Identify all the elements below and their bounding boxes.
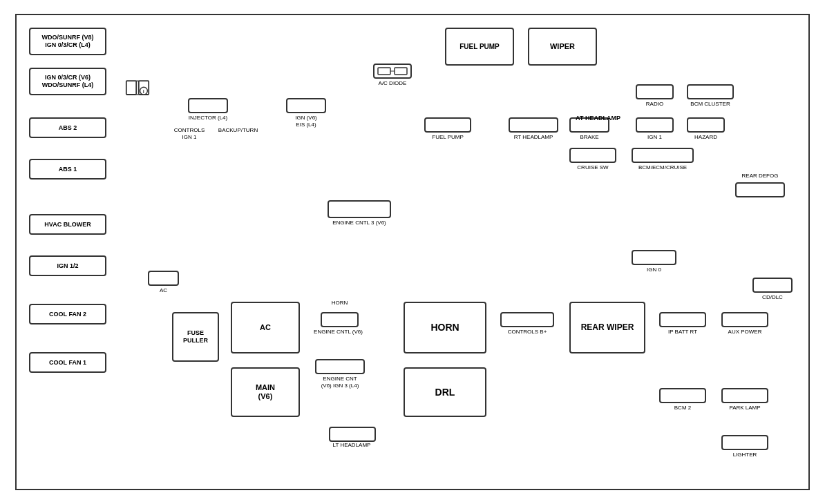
fuse-wdo-sunrf-v8: WDO/SUNRF (V8)IGN 0/3/CR (L4) [29, 28, 106, 55]
label-bcm-ecm-cruise: BCM/ECM/CRUISE [632, 164, 694, 171]
fuse-fuel-pump-large: FUEL PUMP [445, 28, 514, 66]
label-engine-cntl3: ENGINE CNTL 3 (V6) [328, 220, 391, 226]
label-rt-headlamp: RT HEADLAMP [509, 134, 558, 141]
label-backup-turn: BACKUP/TURN [216, 127, 260, 134]
fuse-cool-fan1: COOL FAN 1 [29, 352, 106, 373]
label-park-lamp: PARK LAMP [721, 405, 768, 411]
label-aux-power: AUX POWER [721, 329, 768, 336]
fuse-horn-small [321, 312, 359, 327]
label-injector-l4: INJECTOR (L4) [188, 115, 228, 122]
fuse-lighter [721, 435, 768, 450]
fuse-ac-diode [373, 64, 412, 79]
fuse-main-v6: MAIN(V6) [231, 367, 300, 417]
fuse-ign-12: IGN 1/2 [29, 255, 106, 276]
fuse-engine-cnt-v6-ign3 [315, 359, 365, 374]
label-lighter: LIGHTER [721, 452, 768, 458]
fuse-ac-small [148, 271, 179, 286]
label-brake: BRAKE [569, 134, 609, 141]
fuse-abs1: ABS 1 [29, 159, 106, 180]
label-at-headlamp: AT HEADLAMP [566, 115, 630, 122]
fuse-bcm-cluster [687, 84, 734, 99]
fuse-lt-headlamp [329, 427, 376, 442]
fuse-aux-power [721, 312, 768, 327]
fuse-cruise-sw [569, 148, 616, 163]
fuse-puller: FUSEPULLER [172, 312, 219, 362]
fuse-bcm2 [659, 388, 706, 403]
label-ign-v6-eis: IGN (V6)EIS (L4) [283, 115, 330, 128]
fuse-hazard [687, 117, 725, 133]
fuse-abs2: ABS 2 [29, 117, 106, 138]
fuse-cool-fan2: COOL FAN 2 [29, 304, 106, 324]
info-icon: i [124, 76, 151, 100]
label-ac-diode: A/C DIODE [369, 80, 416, 87]
fuse-box-diagram: i WDO/SUNRF (V8)IGN 0/3/CR (L4) IGN 0/3/… [15, 14, 810, 490]
fuse-bcm-ecm-cruise [632, 148, 694, 163]
label-hazard: HAZARD [687, 134, 725, 141]
svg-rect-7 [395, 68, 407, 75]
fuse-rear-wiper: REAR WIPER [569, 302, 645, 353]
label-ac-small: AC [148, 287, 179, 294]
label-ip-batt-rt: IP BATT RT [659, 329, 706, 336]
fuse-rt-headlamp [509, 117, 558, 133]
fuse-wiper-large: WIPER [528, 28, 597, 66]
label-rear-defog: REAR DEFOG [735, 173, 785, 180]
fuse-ip-batt-rt [659, 312, 706, 327]
label-controls-ign1: CONTROLS IGN 1 [169, 127, 210, 140]
fuse-horn-large: HORN [404, 302, 486, 353]
label-fuel-pump-small: FUEL PUMP [424, 134, 471, 141]
label-bcm-cluster: BCM CLUSTER [687, 101, 734, 108]
fuse-hvac-blower: HVAC BLOWER [29, 214, 106, 235]
label-controls-bplus: CONTROLS B+ [500, 329, 554, 336]
label-ign0: IGN 0 [632, 266, 676, 273]
label-bcm2: BCM 2 [659, 405, 706, 411]
fuse-fuel-pump-small [424, 117, 471, 133]
fuse-injector-l4 [188, 98, 228, 113]
fuse-ign0 [632, 250, 676, 265]
label-radio: RADIO [636, 101, 674, 108]
label-engine-cntl-v6: ENGINE CNTL (V6) [312, 329, 364, 336]
svg-rect-6 [378, 68, 390, 75]
label-cd-dlc: CD/DLC [752, 294, 793, 301]
svg-text:i: i [143, 88, 144, 95]
fuse-rear-defog [735, 182, 785, 197]
label-lt-headlamp: LT HEADLAMP [328, 442, 376, 449]
fuse-engine-cntl3 [328, 200, 391, 218]
fuse-park-lamp [721, 388, 768, 403]
fuse-cd-dlc [752, 278, 793, 293]
fuse-drl: DRL [404, 367, 486, 417]
fuse-ign-v6: IGN 0/3/CR (V6)WDO/SUNRF (L4) [29, 68, 106, 95]
fuse-controls-bplus [500, 312, 554, 327]
fuse-ign1 [636, 117, 674, 133]
fuse-ac-large: AC [231, 302, 300, 353]
label-cruise-sw: CRUISE SW [569, 164, 616, 171]
fuse-radio [636, 84, 674, 99]
label-ign1: IGN 1 [636, 134, 674, 141]
label-horn-small: HORN [321, 300, 359, 307]
label-engine-cnt: ENGINE CNT(V6) IGN 3 (L4) [312, 376, 368, 389]
svg-rect-0 [126, 81, 136, 95]
fuse-ign-v6-eis [286, 98, 326, 113]
